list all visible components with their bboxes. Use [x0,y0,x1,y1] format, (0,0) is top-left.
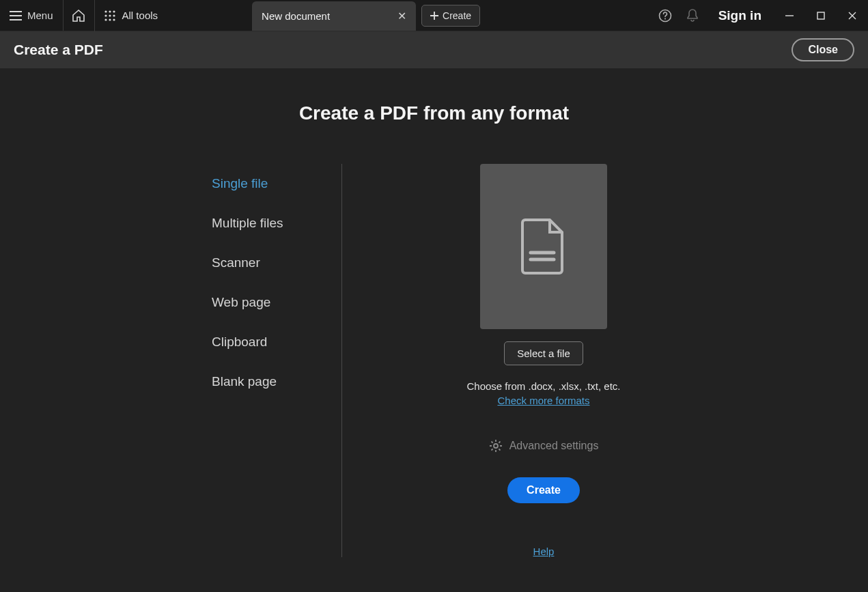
create-tab-button[interactable]: Create [421,5,480,27]
minimize-button[interactable] [774,0,805,31]
titlebar: Menu All tools New document ✕ [0,0,868,31]
gear-icon [489,439,503,453]
close-tool-button[interactable]: Close [792,38,854,61]
svg-point-10 [664,18,666,19]
advanced-settings-label: Advanced settings [509,440,599,452]
notifications-button[interactable] [679,0,706,31]
grid-icon [104,10,115,21]
source-scanner[interactable]: Scanner [212,243,307,283]
help-icon [658,9,672,23]
svg-point-0 [104,10,107,12]
maximize-icon [817,12,825,20]
svg-point-7 [109,18,111,20]
svg-point-1 [109,10,111,12]
close-icon [848,12,856,20]
source-multiple-files[interactable]: Multiple files [212,203,307,243]
page-title: Create a PDF from any format [299,102,569,124]
bell-icon [686,9,699,23]
advanced-settings-button[interactable]: Advanced settings [489,439,599,453]
home-icon [72,10,85,22]
all-tools-label: All tools [122,10,158,21]
signin-button[interactable]: Sign in [706,8,774,23]
help-link[interactable]: Help [533,546,555,557]
home-button[interactable] [64,0,95,31]
close-window-button[interactable] [837,0,868,31]
main-content: Create a PDF from any format Single file… [0,68,868,592]
document-icon [520,217,568,276]
file-drop-zone[interactable] [480,164,607,329]
svg-point-5 [113,14,115,16]
source-list: Single file Multiple files Scanner Web p… [212,164,342,557]
close-tab-icon[interactable]: ✕ [397,10,406,23]
signin-label: Sign in [718,8,761,23]
source-clipboard[interactable]: Clipboard [212,322,307,362]
source-web-page[interactable]: Web page [212,283,307,322]
source-single-file[interactable]: Single file [212,164,307,203]
menu-label: Menu [27,10,53,21]
create-tab-label: Create [443,10,471,21]
plus-icon [430,12,438,20]
help-button[interactable] [652,0,679,31]
tab-strip: New document ✕ Create [252,0,480,31]
all-tools-button[interactable]: All tools [95,0,171,31]
more-formats-link[interactable]: Check more formats [497,395,589,406]
titlebar-right: Sign in [652,0,868,31]
create-button[interactable]: Create [507,477,580,503]
svg-point-4 [109,14,111,16]
svg-point-12 [494,444,498,448]
svg-rect-11 [817,12,824,19]
svg-point-2 [113,10,115,12]
tool-title: Create a PDF [14,42,103,58]
svg-point-6 [104,18,107,20]
right-panel: Select a file Choose from .docx, .xlsx, … [342,164,656,557]
hamburger-icon [10,11,22,20]
tab-label: New document [262,10,330,22]
source-blank-page[interactable]: Blank page [212,362,307,401]
select-file-button[interactable]: Select a file [504,341,583,365]
format-hint: Choose from .docx, .xlsx, .txt, etc. [466,380,620,392]
titlebar-left: Menu All tools [0,0,170,31]
svg-point-3 [104,14,107,16]
tab-new-document[interactable]: New document ✕ [252,1,416,31]
minimize-icon [785,12,794,20]
svg-point-8 [113,18,115,20]
tool-header: Create a PDF Close [0,31,868,68]
maximize-button[interactable] [805,0,837,31]
menu-button[interactable]: Menu [0,0,64,31]
